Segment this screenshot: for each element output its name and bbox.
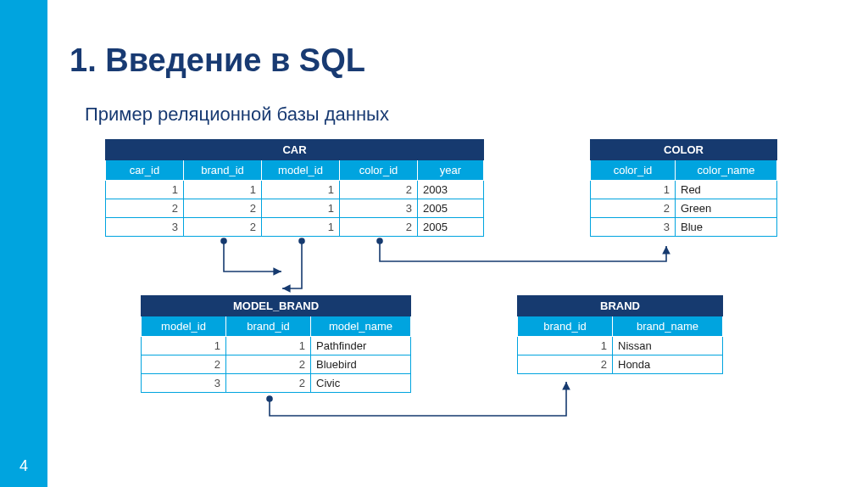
cell: 1 [106,181,184,199]
table-brand: BRAND brand_id brand_name 1 Nissan 2 Hon… [517,295,723,374]
cell: 2 [340,218,418,237]
table-row: 1 1 Pathfinder [142,337,411,355]
cell: Nissan [613,337,723,355]
table-row: 2 2 1 3 2005 [106,199,484,218]
table-car-title: CAR [106,140,484,160]
table-row: 2 Honda [518,355,723,374]
cell: 2 [340,181,418,199]
cell: 3 [106,218,184,237]
col-hdr: brand_name [613,316,723,337]
cell: Civic [311,374,411,393]
cell: 2005 [418,218,484,237]
cell: 2005 [418,199,484,218]
cell: Bluebird [311,355,411,374]
col-hdr: brand_id [226,316,311,337]
table-row: 1 Red [591,181,777,199]
cell: 1 [262,218,340,237]
cell: 3 [142,374,226,393]
cell: 3 [340,199,418,218]
cell: 2 [226,374,311,393]
cell: 1 [518,337,613,355]
table-model-brand-title: MODEL_BRAND [142,296,411,316]
col-hdr: color_id [340,160,418,181]
cell: 1 [262,199,340,218]
page-number: 4 [0,457,47,475]
side-accent-band [0,0,47,487]
table-row: 1 Nissan [518,337,723,355]
cell: Pathfinder [311,337,411,355]
cell: 2 [106,199,184,218]
cell: Blue [676,218,777,237]
table-color: COLOR color_id color_name 1 Red 2 Green … [590,139,777,237]
svg-point-2 [377,238,382,244]
col-hdr: year [418,160,484,181]
col-hdr: model_name [311,316,411,337]
svg-point-3 [267,396,272,401]
svg-point-1 [299,238,304,244]
col-hdr: model_id [262,160,340,181]
cell: 2 [591,199,676,218]
page-subtitle: Пример реляционной базы данных [85,104,389,126]
table-row: 3 2 1 2 2005 [106,218,484,237]
cell: 2 [184,218,262,237]
cell: 1 [226,337,311,355]
cell: Green [676,199,777,218]
cell: 1 [142,337,226,355]
cell: 1 [591,181,676,199]
table-row: 3 Blue [591,218,777,237]
cell: 2 [184,199,262,218]
cell: 3 [591,218,676,237]
cell: 2 [226,355,311,374]
table-row: 2 2 Bluebird [142,355,411,374]
table-row: 1 1 1 2 2003 [106,181,484,199]
col-hdr: brand_id [518,316,613,337]
table-model-brand: MODEL_BRAND model_id brand_id model_name… [141,295,411,393]
cell: 2 [518,355,613,374]
col-hdr: color_id [591,160,676,181]
col-hdr: color_name [676,160,777,181]
table-row: 2 Green [591,199,777,218]
cell: Honda [613,355,723,374]
cell: 2003 [418,181,484,199]
table-color-title: COLOR [591,140,777,160]
svg-point-0 [221,238,226,244]
col-hdr: model_id [142,316,226,337]
cell: 1 [184,181,262,199]
cell: 2 [142,355,226,374]
col-hdr: car_id [106,160,184,181]
table-car: CAR car_id brand_id model_id color_id ye… [105,139,484,237]
cell: Red [676,181,777,199]
col-hdr: brand_id [184,160,262,181]
table-row: 3 2 Civic [142,374,411,393]
page-title: 1. Введение в SQL [70,42,365,79]
slide-page: 4 1. Введение в SQL Пример реляционной б… [0,0,868,487]
cell: 1 [262,181,340,199]
table-brand-title: BRAND [518,296,723,316]
